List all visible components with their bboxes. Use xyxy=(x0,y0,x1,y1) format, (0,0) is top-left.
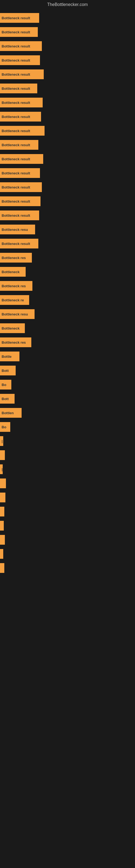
bar-label: Bottleneck result xyxy=(2,157,30,161)
bar-label: Bottleneck xyxy=(2,326,19,330)
bar-row: Bottleneck resu xyxy=(0,222,135,237)
bar-label: Bott xyxy=(2,397,9,401)
site-title: TheBottlenecker.com xyxy=(0,0,135,8)
bottleneck-bar[interactable] xyxy=(0,507,4,517)
bottleneck-bar[interactable]: Bottleneck result xyxy=(0,196,41,206)
bar-label: Bottleneck res xyxy=(2,340,26,344)
bottleneck-bar[interactable]: Bottleneck result xyxy=(0,84,37,93)
bottleneck-bar[interactable]: Bottleneck result xyxy=(0,112,41,122)
bottleneck-bar[interactable]: Bottleneck result xyxy=(0,126,45,135)
bar-label: Bottleneck result xyxy=(2,171,30,175)
bottleneck-bar[interactable]: Bott xyxy=(0,394,14,404)
bar-label: Bottlen xyxy=(2,411,14,415)
bar-row: Bottleneck resu xyxy=(0,307,135,321)
bar-row: Bottleneck re xyxy=(0,293,135,307)
bottleneck-bar[interactable]: | xyxy=(0,464,3,474)
bottleneck-bar[interactable]: Bottle xyxy=(0,351,19,361)
bar-row: Bott xyxy=(0,364,135,378)
bar-row: Bo xyxy=(0,420,135,434)
bar-label: Bottleneck result xyxy=(2,242,30,246)
bar-label: Bo xyxy=(2,383,6,387)
bar-row: Bottleneck result xyxy=(0,53,135,67)
bar-label: Bottle xyxy=(2,354,12,359)
bar-row: Bottleneck xyxy=(0,265,135,279)
bottleneck-bar[interactable]: | xyxy=(0,436,3,446)
bar-row xyxy=(0,504,135,519)
bar-row: Bottleneck result xyxy=(0,237,135,251)
bar-row: Bottleneck result xyxy=(0,25,135,39)
bottleneck-bar[interactable]: Bottleneck result xyxy=(0,98,43,107)
bar-row: Bottleneck result xyxy=(0,82,135,95)
bottleneck-bar[interactable]: Bottleneck resu xyxy=(0,225,35,235)
bar-label: Bottleneck result xyxy=(2,185,30,189)
bottleneck-bar[interactable]: Bottleneck res xyxy=(0,253,32,262)
bar-label: Bottleneck res xyxy=(2,284,26,288)
bottleneck-bar[interactable]: Bottleneck result xyxy=(0,182,42,192)
bar-row: Bottleneck xyxy=(0,321,135,335)
bottleneck-bar[interactable] xyxy=(0,478,6,488)
bar-row: Bottleneck result xyxy=(0,124,135,138)
bottleneck-bar[interactable]: Bottleneck result xyxy=(0,69,44,79)
bottleneck-bar[interactable] xyxy=(0,563,4,573)
bar-label: Bottleneck result xyxy=(2,129,30,133)
bar-row: Bottleneck res xyxy=(0,335,135,349)
bottleneck-bar[interactable]: Bottleneck result xyxy=(0,211,39,220)
bar-row: Bottleneck res xyxy=(0,279,135,293)
bar-row xyxy=(0,448,135,462)
bottleneck-bar[interactable]: Bottleneck res xyxy=(0,337,31,347)
bottleneck-bar[interactable] xyxy=(0,521,4,531)
bar-row: Bottleneck res xyxy=(0,251,135,265)
bar-row: Bottlen xyxy=(0,406,135,420)
bar-label: Bottleneck resu xyxy=(2,312,28,316)
bar-row: Bottleneck result xyxy=(0,95,135,110)
bar-row: Bottleneck result xyxy=(0,194,135,208)
bottleneck-bar[interactable]: Bottleneck result xyxy=(0,239,38,248)
bottleneck-bar[interactable]: Bottleneck xyxy=(0,267,26,277)
bar-row: Bottle xyxy=(0,349,135,364)
bottleneck-bar[interactable]: Bottleneck res xyxy=(0,281,32,291)
bar-row: Bottleneck result xyxy=(0,180,135,194)
bar-label: Bottleneck result xyxy=(2,72,30,76)
bar-label: Bottleneck result xyxy=(2,87,30,91)
bar-row xyxy=(0,547,135,561)
bottleneck-bar[interactable]: Bottleneck result xyxy=(0,13,39,23)
bottleneck-bar[interactable]: Bo xyxy=(0,380,11,390)
bar-row: Bottleneck result xyxy=(0,208,135,222)
bars-container: Bottleneck resultBottleneck resultBottle… xyxy=(0,8,135,578)
bottleneck-bar[interactable]: Bottleneck re xyxy=(0,295,29,305)
bar-row xyxy=(0,519,135,533)
bottleneck-bar[interactable]: Bottleneck result xyxy=(0,154,43,164)
bar-row xyxy=(0,476,135,490)
bar-row: Bottleneck result xyxy=(0,39,135,53)
bottleneck-bar[interactable]: Bo xyxy=(0,422,10,432)
bottleneck-bar[interactable] xyxy=(0,450,5,460)
bottleneck-bar[interactable]: Bottlen xyxy=(0,408,21,418)
bottleneck-bar[interactable]: Bottleneck result xyxy=(0,140,38,150)
bottleneck-bar[interactable] xyxy=(0,493,5,502)
bar-row xyxy=(0,561,135,575)
bar-label: Bottleneck result xyxy=(2,16,30,20)
bar-label: Bottleneck result xyxy=(2,58,30,62)
bar-label: Bottleneck result xyxy=(2,214,30,218)
bottleneck-bar[interactable] xyxy=(0,535,5,545)
bar-label: Bo xyxy=(2,425,6,429)
bar-row xyxy=(0,490,135,504)
bottleneck-bar[interactable]: Bottleneck result xyxy=(0,27,38,37)
bar-row: | xyxy=(0,434,135,448)
bottleneck-bar[interactable]: Bottleneck xyxy=(0,323,25,333)
bar-row: Bo xyxy=(0,378,135,392)
bar-row: Bottleneck result xyxy=(0,11,135,25)
bottleneck-bar[interactable] xyxy=(0,549,3,559)
bottleneck-bar[interactable]: Bottleneck result xyxy=(0,168,40,178)
bottleneck-bar[interactable]: Bottleneck resu xyxy=(0,309,35,319)
bar-row: Bott xyxy=(0,392,135,406)
bottleneck-bar[interactable]: Bott xyxy=(0,366,16,375)
bar-label: Bottleneck resu xyxy=(2,227,28,231)
bar-row: | xyxy=(0,462,135,476)
bar-label: Bottleneck result xyxy=(2,44,30,48)
bar-label: Bottleneck re xyxy=(2,298,24,302)
bar-label: | xyxy=(2,439,3,443)
bar-label: Bottleneck xyxy=(2,270,19,274)
bottleneck-bar[interactable]: Bottleneck result xyxy=(0,55,40,65)
bottleneck-bar[interactable]: Bottleneck result xyxy=(0,41,42,51)
